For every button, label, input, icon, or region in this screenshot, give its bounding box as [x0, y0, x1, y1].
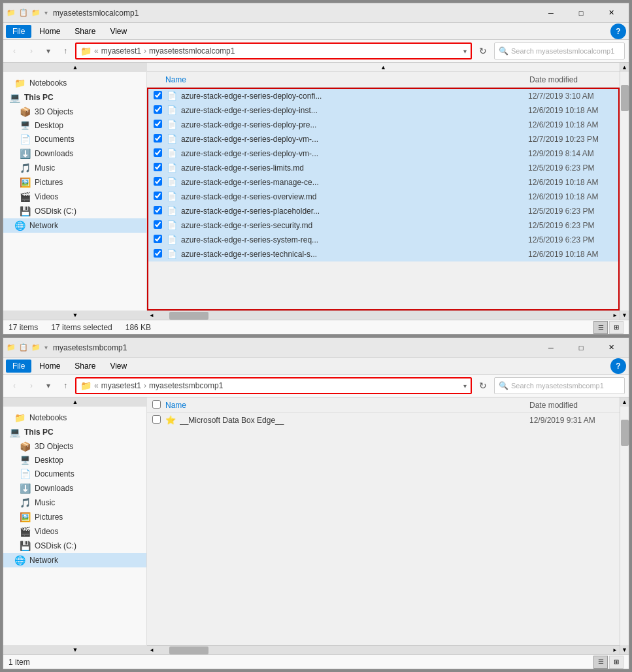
vscroll-down-1[interactable]: ▼: [620, 311, 629, 320]
sidebar-scroll-up-2[interactable]: ▲: [3, 397, 147, 407]
sidebar-item-network-2[interactable]: 🌐 Network: [3, 553, 146, 567]
sidebar-item-videos-1[interactable]: 🎬 Videos: [3, 190, 146, 204]
file-row-8[interactable]: 📄 azure-stack-edge-r-series-placeholder.…: [148, 204, 618, 218]
address-dropdown-2[interactable]: ▾: [463, 382, 467, 390]
sidebar-item-osdisk-1[interactable]: 💾 OSDisk (C:): [3, 204, 146, 218]
view-details-btn-1[interactable]: ☰: [593, 321, 608, 334]
close-button-1[interactable]: ✕: [596, 3, 626, 23]
vscroll-up-2[interactable]: ▲: [620, 397, 629, 407]
file-row-5[interactable]: 📄 azure-stack-edge-r-series-limits.md 12…: [148, 161, 618, 175]
sidebar-item-thispc-2[interactable]: 💻 This PC: [3, 425, 146, 439]
sidebar-item-pictures-2[interactable]: 🖼️ Pictures: [3, 510, 146, 524]
menu-share-1[interactable]: Share: [68, 25, 102, 38]
close-button-2[interactable]: ✕: [596, 338, 626, 358]
view-large-btn-1[interactable]: ⊞: [609, 321, 624, 334]
recent-button-1[interactable]: ▾: [41, 44, 56, 58]
file-check-2[interactable]: [154, 120, 167, 130]
filelist-vscroll-1[interactable]: ▲ ▼: [620, 63, 629, 320]
header-name-2[interactable]: Name: [165, 401, 529, 410]
maximize-button-2[interactable]: □: [566, 338, 596, 358]
back-button-2[interactable]: ‹: [7, 378, 22, 393]
menu-view-1[interactable]: View: [103, 25, 133, 38]
file-row-10[interactable]: 📄 azure-stack-edge-r-series-system-req..…: [148, 233, 618, 247]
menu-home-1[interactable]: Home: [33, 25, 67, 38]
sidebar-scroll-down-1[interactable]: ▼: [3, 311, 147, 320]
up-button-2[interactable]: ↑: [58, 378, 73, 393]
refresh-button-2[interactable]: ↻: [474, 377, 491, 394]
file-row-11[interactable]: 📄 azure-stack-edge-r-series-technical-s.…: [148, 247, 618, 261]
sidebar-item-notebooks-1[interactable]: 📁 Notebooks: [3, 76, 146, 90]
file-row-2[interactable]: 📄 azure-stack-edge-r-series-deploy-pre..…: [148, 118, 618, 132]
up-button-1[interactable]: ↑: [58, 44, 73, 58]
hscroll-left-2[interactable]: ◄: [147, 646, 156, 655]
file-check-0[interactable]: [154, 91, 167, 101]
sidebar-scroll-up-1[interactable]: ▲: [3, 63, 147, 72]
forward-button-1[interactable]: ›: [24, 44, 39, 58]
help-button-2[interactable]: ?: [610, 358, 626, 374]
sidebar-item-music-1[interactable]: 🎵 Music: [3, 161, 146, 175]
file-check-1[interactable]: [154, 105, 167, 116]
filelist-hscroll-1[interactable]: ◄ ►: [147, 311, 620, 320]
sidebar-item-desktop-1[interactable]: 🖥️ Desktop: [3, 119, 146, 132]
sidebar-item-3dobjects-1[interactable]: 📦 3D Objects: [3, 105, 146, 119]
file-check-8[interactable]: [154, 206, 167, 216]
file-row-3[interactable]: 📄 azure-stack-edge-r-series-deploy-vm-..…: [148, 132, 618, 146]
sidebar-item-network-1[interactable]: 🌐 Network: [3, 218, 146, 233]
file-row-1[interactable]: 📄 azure-stack-edge-r-series-deploy-inst.…: [148, 103, 618, 118]
file-check-5[interactable]: [154, 163, 167, 173]
menu-share-2[interactable]: Share: [68, 360, 102, 373]
sidebar-item-music-2[interactable]: 🎵 Music: [3, 496, 146, 510]
menu-home-2[interactable]: Home: [33, 360, 67, 373]
file-row-2-0[interactable]: ⭐ __Microsoft Data Box Edge__ 12/9/2019 …: [147, 413, 620, 428]
header-date-2[interactable]: Date modified: [529, 401, 614, 410]
file-row-4[interactable]: 📄 azure-stack-edge-r-series-deploy-vm-..…: [148, 146, 618, 161]
file-check-3[interactable]: [154, 134, 167, 144]
view-large-btn-2[interactable]: ⊞: [609, 656, 624, 669]
hscroll-left-1[interactable]: ◄: [147, 311, 156, 320]
address-dropdown-1[interactable]: ▾: [463, 48, 467, 55]
file-check-11[interactable]: [154, 249, 167, 260]
file-check-10[interactable]: [154, 235, 167, 245]
sidebar-item-downloads-1[interactable]: ⬇️ Downloads: [3, 146, 146, 161]
hscroll-right-1[interactable]: ►: [610, 311, 620, 320]
file-check-4[interactable]: [154, 148, 167, 159]
file-row-7[interactable]: 📄 azure-stack-edge-r-series-overview.md …: [148, 190, 618, 204]
header-name-1[interactable]: Name: [165, 75, 529, 84]
header-date-1[interactable]: Date modified: [529, 75, 614, 84]
recent-button-2[interactable]: ▾: [41, 378, 56, 393]
file-check-7[interactable]: [154, 192, 167, 202]
minimize-button-1[interactable]: ─: [536, 3, 566, 23]
file-row-0[interactable]: 📄 azure-stack-edge-r-series-deploy-confi…: [148, 89, 618, 103]
filelist-scroll-up-btn-1[interactable]: ▲: [380, 64, 386, 71]
sidebar-item-desktop-2[interactable]: 🖥️ Desktop: [3, 454, 146, 467]
menu-view-2[interactable]: View: [103, 360, 133, 373]
sidebar-item-documents-1[interactable]: 📄 Documents: [3, 132, 146, 146]
search-box-1[interactable]: 🔍 Search myasetestsmlocalcomp1: [494, 42, 625, 59]
sidebar-item-thispc-1[interactable]: 💻 This PC: [3, 90, 146, 105]
hscroll-right-2[interactable]: ►: [610, 646, 620, 655]
file-row-6[interactable]: 📄 azure-stack-edge-r-series-manage-ce...…: [148, 175, 618, 190]
filelist-vscroll-2[interactable]: ▲ ▼: [620, 397, 629, 654]
sidebar-item-3dobjects-2[interactable]: 📦 3D Objects: [3, 439, 146, 454]
vscroll-up-1[interactable]: ▲: [620, 63, 629, 72]
forward-button-2[interactable]: ›: [24, 378, 39, 393]
menu-file-2[interactable]: File: [6, 360, 31, 373]
menu-file-1[interactable]: File: [6, 25, 31, 38]
file-check-6[interactable]: [154, 177, 167, 188]
vscroll-down-2[interactable]: ▼: [620, 645, 629, 654]
sidebar-item-documents-2[interactable]: 📄 Documents: [3, 467, 146, 481]
view-details-btn-2[interactable]: ☰: [593, 656, 608, 669]
sidebar-item-downloads-2[interactable]: ⬇️ Downloads: [3, 481, 146, 496]
file-check-2-0[interactable]: [152, 415, 165, 426]
minimize-button-2[interactable]: ─: [536, 338, 566, 358]
sidebar-item-videos-2[interactable]: 🎬 Videos: [3, 524, 146, 539]
filelist-hscroll-2[interactable]: ◄ ►: [147, 645, 620, 654]
maximize-button-1[interactable]: □: [566, 3, 596, 23]
back-button-1[interactable]: ‹: [7, 44, 22, 58]
search-box-2[interactable]: 🔍 Search myasetestsmbcomp1: [494, 377, 625, 394]
sidebar-scroll-down-2[interactable]: ▼: [3, 645, 147, 654]
help-button-1[interactable]: ?: [610, 24, 626, 39]
sidebar-item-osdisk-2[interactable]: 💾 OSDisk (C:): [3, 539, 146, 553]
file-row-9[interactable]: 📄 azure-stack-edge-r-series-security.md …: [148, 218, 618, 233]
refresh-button-1[interactable]: ↻: [474, 42, 491, 59]
